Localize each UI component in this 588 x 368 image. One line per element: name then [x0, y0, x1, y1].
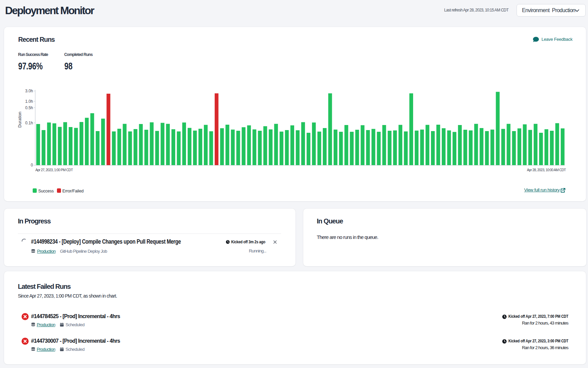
svg-text:1.0h: 1.0h — [25, 99, 33, 104]
svg-text:0.1h: 0.1h — [25, 121, 33, 125]
svg-text:Apr 28, 2023, 10:00 AM CDT: Apr 28, 2023, 10:00 AM CDT — [527, 168, 566, 172]
svg-text:3.0h: 3.0h — [25, 89, 33, 93]
svg-text:0: 0 — [31, 163, 33, 167]
svg-text:Apr 27, 2023, 1:00 PM CDT: Apr 27, 2023, 1:00 PM CDT — [35, 168, 73, 172]
svg-text:Duration: Duration — [18, 112, 22, 127]
svg-text:0.5h: 0.5h — [25, 105, 33, 110]
